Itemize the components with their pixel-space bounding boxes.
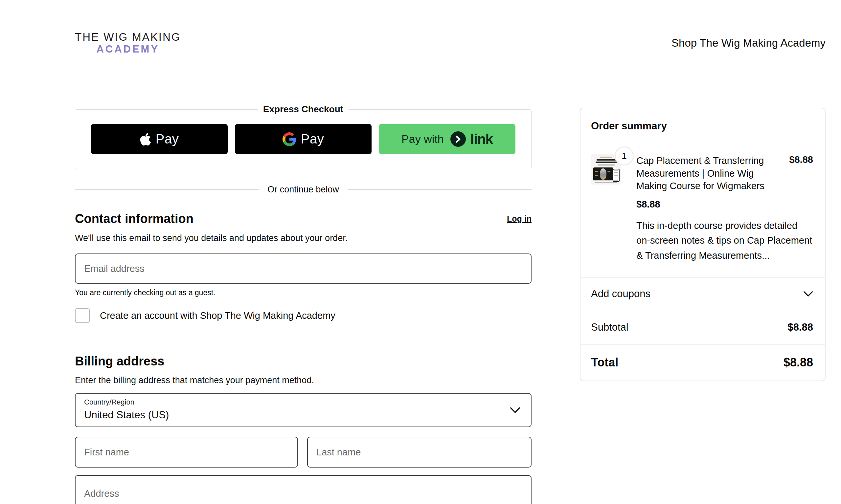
country-select-value: United States (US) — [84, 409, 522, 421]
coupons-chevron-down-icon — [803, 291, 813, 297]
product-line-price: $8.88 — [785, 154, 813, 165]
country-select[interactable]: Country/Region United States (US) — [75, 393, 531, 427]
email-input[interactable] — [75, 253, 531, 284]
apple-logo-icon — [140, 132, 151, 146]
billing-address-subtitle: Enter the billing address that matches y… — [75, 375, 314, 385]
link-brand-label: link — [470, 131, 493, 147]
quantity-badge: 1 — [615, 146, 634, 165]
product-description: This in-depth course provides detailed o… — [636, 218, 813, 263]
divider-line-right — [348, 189, 531, 190]
add-coupons-row[interactable]: Add coupons — [580, 277, 825, 310]
brand-logo-line2: ACADEMY — [75, 43, 181, 55]
order-summary-title: Order summary — [591, 120, 813, 132]
product-thumbnail-wrap: 1 — [591, 154, 621, 184]
total-row: Total $8.88 — [580, 344, 825, 380]
total-label: Total — [591, 356, 618, 370]
order-summary-main: Order summary 1 Cap Placement & Transfer… — [580, 108, 825, 277]
contact-information-subtitle: We'll use this email to send you details… — [75, 233, 348, 243]
product-name: Cap Placement & Transferring Measurement… — [636, 154, 785, 193]
last-name-input[interactable] — [307, 437, 531, 468]
express-checkout-title: Express Checkout — [258, 104, 349, 114]
divider-line-left — [75, 189, 259, 190]
subtotal-row: Subtotal $8.88 — [580, 310, 825, 344]
brand-logo[interactable]: THE WIG MAKING ACADEMY — [75, 31, 181, 55]
link-pay-prefix: Pay with — [401, 133, 444, 145]
google-pay-label: Pay — [301, 132, 324, 146]
google-logo-icon — [282, 132, 296, 146]
add-coupons-label: Add coupons — [591, 288, 650, 300]
continue-divider-text: Or continue below — [267, 184, 339, 195]
address-input[interactable] — [75, 475, 531, 504]
order-item-row: 1 Cap Placement & Transferring Measureme… — [591, 154, 813, 263]
header-shop-link[interactable]: Shop The Wig Making Academy — [671, 37, 826, 49]
apple-pay-button[interactable]: Pay — [91, 124, 228, 154]
brand-logo-line1: THE WIG MAKING — [75, 31, 181, 43]
order-summary-card: Order summary 1 Cap Placement & Transfer… — [580, 108, 826, 381]
continue-divider: Or continue below — [75, 183, 531, 196]
chevron-down-icon — [510, 407, 520, 413]
contact-information-header: Contact information Log in — [75, 212, 531, 226]
link-pay-button[interactable]: Pay with link — [379, 124, 515, 154]
create-account-checkbox[interactable] — [75, 308, 90, 323]
total-value: $8.88 — [784, 356, 813, 370]
express-checkout-section: Express Checkout Pay Pay Pay with link — [75, 109, 531, 169]
guest-checkout-note: You are currently checking out as a gues… — [75, 288, 215, 297]
billing-address-title: Billing address — [75, 354, 164, 368]
login-link[interactable]: Log in — [507, 214, 531, 223]
first-name-input[interactable] — [75, 437, 298, 468]
create-account-row: Create an account with Shop The Wig Maki… — [75, 308, 335, 323]
create-account-label: Create an account with Shop The Wig Maki… — [100, 310, 335, 321]
google-pay-button[interactable]: Pay — [235, 124, 371, 154]
order-item-text: Cap Placement & Transferring Measurement… — [636, 154, 813, 263]
apple-pay-label: Pay — [156, 132, 179, 146]
subtotal-label: Subtotal — [591, 321, 628, 333]
subtotal-value: $8.88 — [787, 321, 813, 333]
link-arrow-icon — [450, 131, 466, 147]
express-buttons-row: Pay Pay Pay with link — [75, 110, 531, 154]
product-unit-price: $8.88 — [636, 199, 813, 210]
contact-information-title: Contact information — [75, 212, 193, 226]
country-select-label: Country/Region — [84, 398, 522, 407]
